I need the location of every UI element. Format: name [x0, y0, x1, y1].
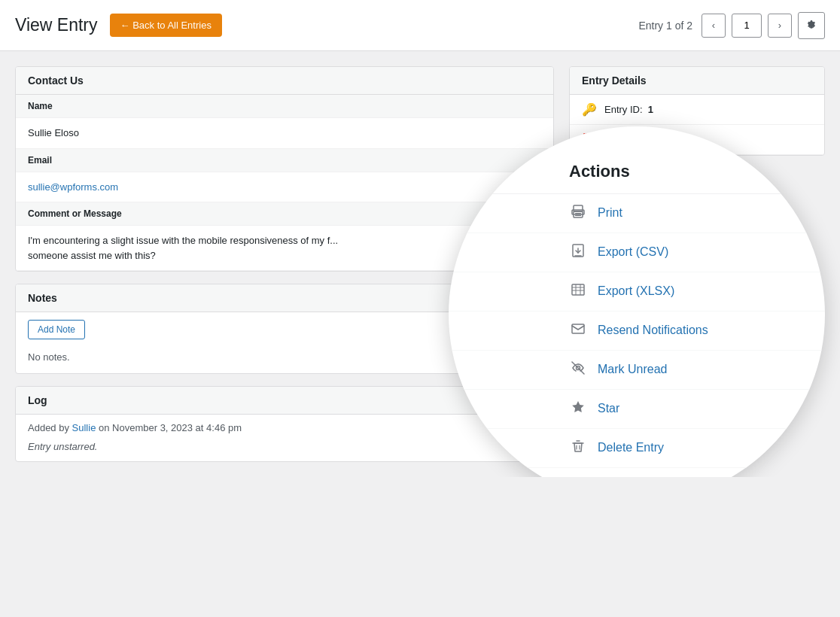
header-right: Entry 1 of 2 ‹ ›	[638, 12, 825, 39]
entry-id-value: 1	[648, 104, 653, 115]
entry-id-row: 🔑 Entry ID: 1	[570, 95, 824, 125]
star-icon	[569, 400, 587, 418]
email-label: Email	[16, 149, 553, 172]
header-left: View Entry ← Back to All Entries	[15, 14, 222, 37]
mark-unread-label: Mark Unread	[598, 363, 667, 376]
log-author-link[interactable]: Sullie	[72, 422, 96, 433]
action-print[interactable]: Print	[449, 194, 825, 233]
next-entry-button[interactable]: ›	[768, 14, 792, 38]
add-note-button[interactable]: Add Note	[28, 320, 85, 339]
svg-rect-0	[574, 205, 583, 211]
svg-rect-6	[572, 284, 584, 295]
trash-icon	[569, 439, 587, 457]
entry-number-input[interactable]	[732, 14, 762, 38]
settings-button[interactable]	[798, 12, 825, 39]
action-star[interactable]: Star	[449, 390, 825, 429]
email-value: sullie@wpforms.com	[16, 172, 553, 202]
email-icon	[569, 321, 587, 340]
name-value: Sullie Eloso	[16, 118, 553, 148]
email-link[interactable]: sullie@wpforms.com	[28, 181, 118, 193]
action-export-csv[interactable]: Export (CSV)	[449, 233, 825, 272]
action-resend-notifications[interactable]: Resend Notifications	[449, 312, 825, 351]
actions-overlay: Actions Print	[449, 126, 825, 477]
delete-entry-label: Delete Entry	[598, 441, 664, 454]
entry-id-label: Entry ID: 1	[604, 104, 653, 115]
gear-icon	[805, 20, 817, 32]
key-icon: 🔑	[582, 102, 597, 117]
export-xlsx-label: Export (XLSX)	[598, 284, 674, 298]
field-email: Email sullie@wpforms.com	[16, 149, 553, 203]
log-added-by: Added by	[28, 422, 69, 433]
log-entry: Added by Sullie on November 3, 2023 at 4…	[16, 415, 553, 441]
name-label: Name	[16, 95, 553, 118]
entry-details-header: Entry Details	[570, 67, 824, 95]
header: View Entry ← Back to All Entries Entry 1…	[0, 0, 840, 51]
svg-rect-11	[572, 324, 584, 333]
back-to-entries-button[interactable]: ← Back to All Entries	[110, 14, 222, 37]
print-icon	[569, 204, 587, 223]
log-date: on November 3, 2023 at 4:46 pm	[99, 422, 242, 433]
page-title: View Entry	[15, 15, 98, 35]
field-name: Name Sullie Eloso	[16, 95, 553, 149]
action-export-xlsx[interactable]: Export (XLSX)	[449, 272, 825, 312]
main-content: Contact Us Name Sullie Eloso Email sulli…	[0, 51, 840, 477]
eye-slash-icon	[569, 360, 587, 379]
log-note: Entry unstarred.	[16, 441, 553, 461]
export-xlsx-icon	[569, 282, 587, 301]
right-panel: Entry Details 🔑 Entry ID: 1 📅 :27 pm Act…	[569, 66, 825, 462]
export-csv-icon	[569, 243, 587, 262]
prev-entry-button[interactable]: ‹	[702, 14, 726, 38]
export-csv-label: Export (CSV)	[598, 245, 668, 259]
form-card-header: Contact Us	[16, 67, 553, 95]
entry-counter: Entry 1 of 2	[638, 20, 692, 32]
print-label: Print	[598, 206, 622, 220]
star-label: Star	[598, 402, 619, 415]
action-mark-unread[interactable]: Mark Unread	[449, 351, 825, 390]
resend-notifications-label: Resend Notifications	[598, 324, 708, 337]
